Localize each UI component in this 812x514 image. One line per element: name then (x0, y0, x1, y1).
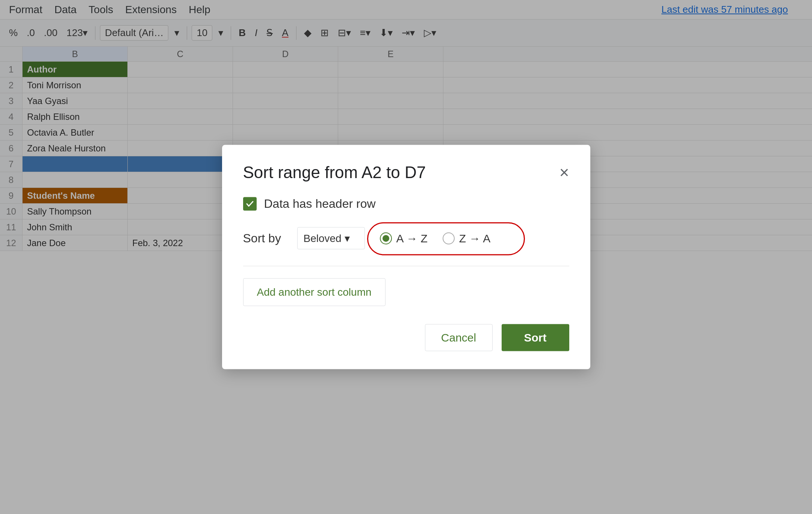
dialog-divider (243, 266, 569, 266)
checkbox-row: Data has header row (243, 197, 569, 211)
close-button[interactable]: × (559, 164, 569, 181)
radio-z-to-a[interactable]: Z → A (437, 229, 496, 248)
sort-column-arrow-icon: ▾ (345, 232, 350, 245)
sort-column-value: Beloved (304, 232, 342, 244)
radio-z-to-a-circle (443, 232, 455, 244)
add-sort-column-button[interactable]: Add another sort column (243, 278, 386, 306)
sort-by-row: Sort by Beloved ▾ A → Z Z → A (243, 227, 569, 249)
sort-range-dialog: Sort range from A2 to D7 × Data has head… (222, 145, 590, 369)
dialog-title: Sort range from A2 to D7 (243, 163, 426, 182)
dialog-header: Sort range from A2 to D7 × (243, 163, 569, 182)
sort-by-label: Sort by (243, 231, 288, 245)
radio-a-to-z-label: A → Z (396, 232, 428, 245)
sort-order-radio-group: A → Z Z → A (374, 229, 497, 248)
radio-a-to-z[interactable]: A → Z (374, 229, 434, 248)
sort-column-dropdown[interactable]: Beloved ▾ (297, 227, 365, 249)
cancel-button[interactable]: Cancel (425, 324, 493, 351)
radio-z-to-a-label: Z → A (459, 232, 490, 245)
radio-a-to-z-circle (380, 232, 392, 244)
header-row-checkbox[interactable] (243, 197, 257, 210)
dialog-footer: Cancel Sort (243, 324, 569, 351)
sort-button[interactable]: Sort (502, 324, 569, 351)
checkbox-label: Data has header row (264, 197, 376, 211)
